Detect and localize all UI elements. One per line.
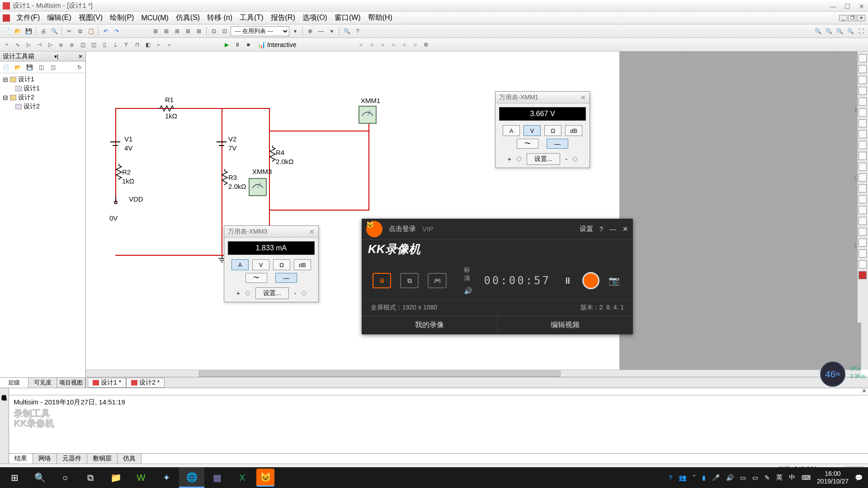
cortana-button[interactable]: ○ bbox=[52, 467, 78, 488]
kk-stop-button[interactable] bbox=[582, 272, 599, 289]
inst-17[interactable] bbox=[859, 228, 867, 236]
multimeter-xmm1-panel[interactable]: 万用表-XMM1 ✕ 3.667 V A V Ω dB 〜 — + 设置. bbox=[495, 91, 590, 168]
probe-3[interactable]: ○ bbox=[377, 40, 387, 50]
inst-5[interactable] bbox=[859, 98, 867, 106]
inst-16[interactable] bbox=[859, 217, 867, 225]
inst-4[interactable] bbox=[859, 87, 867, 95]
tray-app-icon[interactable]: ▮ bbox=[702, 474, 706, 481]
zoom-fit[interactable]: 🔍 bbox=[845, 26, 855, 36]
inst-21[interactable] bbox=[859, 271, 867, 279]
close-button[interactable]: ✕ bbox=[859, 3, 865, 9]
tray-help-icon[interactable]: ? bbox=[669, 474, 672, 481]
inst-3[interactable] bbox=[859, 76, 867, 84]
log-close[interactable]: ✕ bbox=[862, 388, 866, 395]
comp-6[interactable]: ⊡ bbox=[209, 26, 219, 36]
tree-node-design2-page[interactable]: 设计2 bbox=[2, 102, 84, 111]
v2-component[interactable] bbox=[214, 138, 229, 150]
mm3-titlebar[interactable]: 万用表-XMM3 ✕ bbox=[224, 226, 318, 238]
r3-component[interactable] bbox=[222, 169, 228, 185]
inst-9[interactable] bbox=[859, 141, 867, 149]
mm3-dc[interactable]: — bbox=[275, 273, 297, 283]
mm3-settings-btn[interactable]: 设置... bbox=[255, 287, 289, 299]
preview-button[interactable]: 🔍 bbox=[49, 26, 59, 36]
kk-pause-button[interactable]: ⏸ bbox=[560, 272, 576, 289]
menu-place[interactable]: 绘制(P) bbox=[106, 11, 137, 24]
kk-volume-icon[interactable]: 🔊 bbox=[464, 287, 475, 295]
tray-pen-icon[interactable]: ✎ bbox=[764, 474, 770, 481]
inst-11[interactable] bbox=[859, 163, 867, 171]
diode-button[interactable]: ▷ bbox=[24, 40, 33, 50]
mm3-btn-db[interactable]: dB bbox=[294, 259, 311, 270]
ttl-button[interactable]: ⧈ bbox=[56, 40, 66, 50]
wire[interactable] bbox=[269, 131, 368, 131]
canvas-tab-2[interactable]: 设计2 * bbox=[126, 378, 165, 388]
r1-component[interactable] bbox=[158, 105, 175, 111]
pwr-button[interactable]: ⊥ bbox=[110, 40, 120, 50]
comp-9[interactable]: ⊕ bbox=[305, 26, 315, 36]
doc-restore[interactable]: ❐ bbox=[848, 15, 856, 21]
tray-ime-zh[interactable]: 中 bbox=[789, 474, 795, 482]
menu-mcu[interactable]: MCU(M) bbox=[137, 12, 172, 24]
probe-4[interactable]: ○ bbox=[388, 40, 398, 50]
log-tab-nets[interactable]: 网络 bbox=[33, 454, 57, 464]
kk-mode-screen[interactable]: 🖥 bbox=[373, 273, 391, 288]
menu-reports[interactable]: 报告(R) bbox=[267, 11, 299, 24]
tree-node-design1[interactable]: ⊟设计1 bbox=[2, 75, 84, 84]
inst-7[interactable] bbox=[859, 119, 867, 127]
search-button[interactable]: 🔍 bbox=[27, 467, 52, 488]
trans-button[interactable]: ⊣ bbox=[34, 40, 44, 50]
tray-ime-en[interactable]: 英 bbox=[776, 474, 783, 482]
start-button[interactable]: ⊞ bbox=[2, 467, 27, 488]
comp-11[interactable]: ▾ bbox=[327, 26, 337, 36]
tray-battery-icon[interactable]: ▭ bbox=[740, 474, 746, 481]
tray-mic-icon[interactable]: 🎤 bbox=[712, 474, 720, 481]
kk-taskbar-icon[interactable]: 😺 bbox=[256, 469, 274, 487]
app3-icon[interactable]: ▦ bbox=[204, 467, 230, 488]
menu-transfer[interactable]: 转移 (n) bbox=[203, 11, 236, 24]
maximize-button[interactable]: ☐ bbox=[844, 3, 851, 9]
r4-component[interactable] bbox=[270, 145, 276, 162]
help-button[interactable]: ? bbox=[353, 26, 363, 36]
excel-icon[interactable]: X bbox=[230, 467, 255, 488]
kk-edit-video[interactable]: 编辑视频 bbox=[498, 316, 633, 334]
multimeter-xmm3-panel[interactable]: 万用表-XMM3 ✕ 1.833 mA A V Ω dB 〜 — + 设置 bbox=[224, 225, 319, 302]
kk-help-icon[interactable]: ? bbox=[599, 225, 603, 233]
mm3-btn-ohm[interactable]: Ω bbox=[273, 259, 290, 270]
comp-10[interactable]: — bbox=[316, 26, 326, 36]
inst-2[interactable] bbox=[859, 65, 867, 73]
mm3-ac[interactable]: 〜 bbox=[245, 273, 267, 283]
adv-button[interactable]: ⊓ bbox=[132, 40, 142, 50]
minimize-button[interactable]: — bbox=[830, 3, 836, 9]
tab-hierarchy[interactable]: 层级 bbox=[0, 378, 28, 388]
inst-20[interactable] bbox=[859, 260, 867, 268]
inst-14[interactable] bbox=[859, 195, 867, 203]
mm1-btn-db[interactable]: dB bbox=[565, 125, 582, 136]
run-button[interactable]: ▶ bbox=[222, 40, 231, 50]
r2-component[interactable] bbox=[117, 164, 122, 180]
log-tab-copper[interactable]: 敷铜层 bbox=[87, 454, 118, 464]
copy-button[interactable]: ⧉ bbox=[75, 26, 85, 36]
panel-pin[interactable]: ▾| bbox=[54, 53, 58, 60]
tree-save[interactable]: 💾 bbox=[24, 62, 34, 72]
vdd-port[interactable] bbox=[111, 196, 120, 205]
menu-options[interactable]: 选项(O) bbox=[299, 11, 331, 24]
taskview-button[interactable]: ⧉ bbox=[78, 467, 103, 488]
kk-my-recordings[interactable]: 我的录像 bbox=[362, 316, 498, 334]
kk-minimize[interactable]: — bbox=[609, 225, 616, 233]
log-tab-components[interactable]: 元器件 bbox=[57, 454, 87, 464]
wire[interactable] bbox=[115, 108, 269, 109]
tray-people-icon[interactable]: 👥 bbox=[679, 474, 686, 481]
comp-5[interactable]: ⊞ bbox=[194, 26, 204, 36]
mixed-button[interactable]: ◫ bbox=[89, 40, 99, 50]
menu-help[interactable]: 帮助(H) bbox=[364, 11, 396, 24]
canvas-tab-1[interactable]: 设计1 * bbox=[88, 378, 126, 388]
stop-button[interactable]: ■ bbox=[243, 40, 253, 50]
src-button[interactable]: ÷ bbox=[2, 40, 12, 50]
mm1-settings-btn[interactable]: 设置... bbox=[527, 153, 560, 165]
tree-node-design1-page[interactable]: 设计1 bbox=[2, 84, 84, 93]
xmm1-instrument[interactable] bbox=[359, 106, 377, 124]
doc-minimize[interactable]: _ bbox=[839, 15, 847, 21]
new-button[interactable]: 📄 bbox=[2, 26, 12, 36]
inuse-combo[interactable]: --- 在用列表 --- bbox=[231, 26, 289, 36]
ind-button[interactable]: ▯ bbox=[99, 40, 109, 50]
